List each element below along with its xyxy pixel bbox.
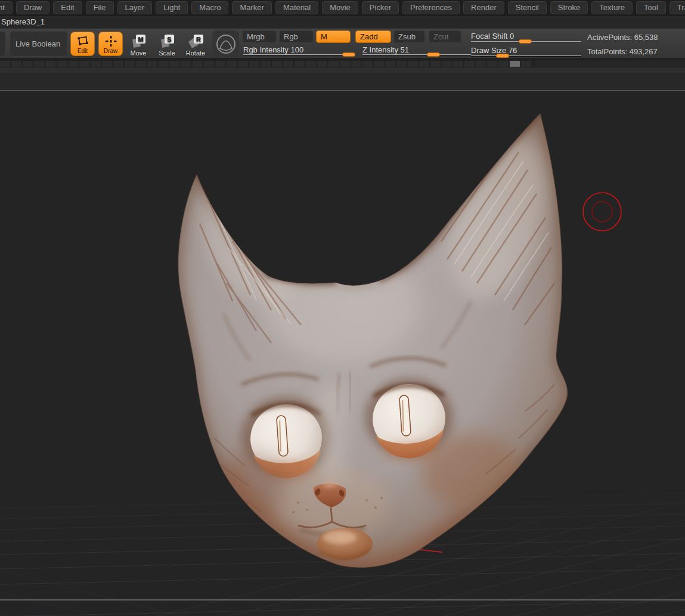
- divider-segment: [261, 61, 271, 67]
- divider-strip[interactable]: [0, 60, 685, 67]
- divider-segment: [328, 61, 339, 67]
- left-ear-fur-strokes: [200, 188, 301, 343]
- divider-segment: [227, 61, 237, 67]
- material-sphere-icon: [214, 32, 238, 56]
- divider-segment: [362, 61, 373, 67]
- z-intensity-handle[interactable]: [427, 52, 440, 57]
- menu-item-edit[interactable]: Edit: [53, 1, 82, 14]
- edit-button[interactable]: Edit: [70, 32, 95, 56]
- move-icon: M: [130, 34, 147, 49]
- divider-segment: [430, 61, 441, 67]
- divider-segment: [238, 61, 248, 67]
- divider-segment-highlight: [510, 61, 520, 67]
- draw-size-handle[interactable]: [496, 54, 509, 58]
- move-button[interactable]: M Move: [125, 32, 152, 57]
- menu-item-layer[interactable]: Layer: [117, 1, 153, 14]
- menu-bar: mentDrawEditFileLayerLightMacroMarkerMat…: [0, 0, 685, 16]
- rotate-icon: R: [187, 34, 204, 49]
- divider-segment: [125, 61, 135, 67]
- divider-segment: [487, 61, 497, 67]
- divider-segment: [396, 61, 407, 67]
- divider-segment: [385, 61, 395, 67]
- divider-segment: [113, 61, 123, 67]
- divider-segment: [170, 61, 180, 67]
- divider-segment: [0, 61, 10, 67]
- menu-item-tool[interactable]: Tool: [636, 1, 666, 14]
- live-boolean-button[interactable]: Live Boolean: [10, 31, 68, 57]
- divider-strip-end: [535, 60, 685, 67]
- z-intensity-slider[interactable]: [362, 54, 471, 55]
- menu-item-draw[interactable]: Draw: [16, 1, 49, 14]
- menu-item-transform[interactable]: Transform: [669, 1, 685, 14]
- menu-item-marker[interactable]: Marker: [232, 1, 271, 14]
- divider-segment: [442, 61, 452, 67]
- draw-button[interactable]: Draw: [98, 32, 123, 56]
- menu-item-picker[interactable]: Picker: [362, 1, 399, 14]
- divider-segment: [419, 61, 429, 67]
- right-eye: [368, 379, 450, 458]
- menu-item-stroke[interactable]: Stroke: [550, 1, 588, 14]
- draw-size-label: Draw Size 76: [471, 46, 517, 55]
- nose: [314, 483, 346, 507]
- divider-segment: [57, 61, 67, 67]
- divider-segment: [136, 61, 146, 67]
- divider-segment: [351, 61, 361, 67]
- head-silhouette: [178, 114, 568, 568]
- red-mask-line: [401, 547, 442, 552]
- divider-segment: [249, 61, 259, 67]
- divider-segment: [215, 61, 225, 67]
- divider-segment: [45, 61, 55, 67]
- draw-size-slider[interactable]: [471, 55, 581, 56]
- menu-item-texture[interactable]: Texture: [591, 1, 633, 14]
- menu-item-file[interactable]: File: [86, 1, 114, 14]
- left-eye: [246, 400, 327, 478]
- draw-crosshair-icon: [104, 35, 117, 47]
- document-top-margin: [0, 73, 685, 90]
- top-shelf-toolbar: Live Boolean Edit Draw: [0, 29, 685, 58]
- divider-segment: [193, 61, 203, 67]
- divider-segment: [181, 61, 191, 67]
- svg-text:R: R: [196, 36, 201, 43]
- total-points-stat: TotalPoints: 493,267: [587, 47, 658, 56]
- divider-segment: [272, 61, 282, 67]
- menu-item-render[interactable]: Render: [463, 1, 504, 14]
- menu-item-movie[interactable]: Movie: [322, 1, 358, 14]
- divider-segment: [306, 61, 316, 67]
- perspective-floor-grid: [0, 73, 685, 616]
- divider-segment: [159, 61, 169, 67]
- m-button[interactable]: M: [316, 30, 351, 43]
- zsub-button[interactable]: Zsub: [393, 30, 425, 43]
- divider-segment: [498, 61, 509, 67]
- menu-item-preferences[interactable]: Preferences: [402, 1, 460, 14]
- svg-text:M: M: [138, 36, 143, 43]
- zcut-button[interactable]: Zcut: [429, 30, 461, 43]
- divider-segment: [102, 61, 112, 67]
- current-material-button[interactable]: [212, 30, 239, 57]
- rgb-intensity-slider[interactable]: [243, 54, 353, 55]
- scale-icon: S: [159, 34, 175, 49]
- active-points-stat: ActivePoints: 65,538: [587, 33, 658, 42]
- menu-item-material[interactable]: Material: [275, 1, 318, 14]
- rotate-button[interactable]: R Rotate: [182, 32, 209, 57]
- focal-shift-handle[interactable]: [519, 39, 532, 44]
- divider-segment: [317, 61, 327, 67]
- menu-item-light[interactable]: Light: [156, 1, 188, 14]
- menu-item-stencil[interactable]: Stencil: [508, 1, 547, 14]
- zbrush-window: mentDrawEditFileLayerLightMacroMarkerMat…: [0, 0, 685, 616]
- document-edge-line: [0, 90, 685, 91]
- chin: [317, 528, 373, 560]
- viewport-canvas[interactable]: [0, 73, 685, 616]
- rgb-button[interactable]: Rgb: [279, 30, 314, 43]
- divider-segment: [204, 61, 214, 67]
- menu-row: mentDrawEditFileLayerLightMacroMarkerMat…: [0, 0, 685, 14]
- zadd-button[interactable]: Zadd: [355, 30, 391, 43]
- divider-segment: [68, 61, 78, 67]
- menu-item-macro[interactable]: Macro: [191, 1, 228, 14]
- rgb-intensity-handle[interactable]: [342, 52, 355, 57]
- divider-segment: [147, 61, 157, 67]
- mrgb-button[interactable]: Mrgb: [242, 30, 277, 43]
- clipped-left-button[interactable]: [0, 31, 6, 57]
- menu-item-ment[interactable]: ment: [0, 1, 13, 14]
- scale-button[interactable]: S Scale: [153, 32, 181, 57]
- title-bar: Sphere3D_1: [0, 16, 685, 29]
